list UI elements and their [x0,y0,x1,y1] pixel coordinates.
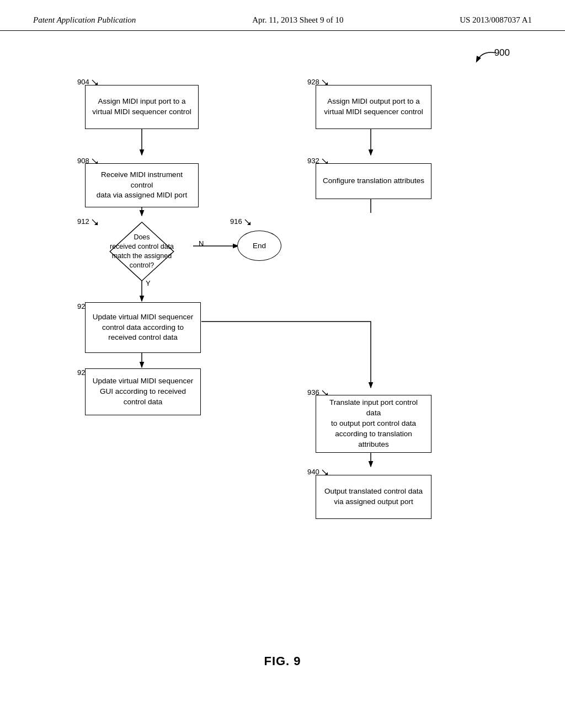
box-940: Output translated control datavia assign… [316,475,431,519]
page-header: Patent Application Publication Apr. 11, … [0,0,565,31]
header-date-sheet: Apr. 11, 2013 Sheet 9 of 10 [252,15,343,25]
box-936: Translate input port control datato outp… [316,395,431,453]
box-928-label: Assign MIDI output port to avirtual MIDI… [324,97,423,117]
diamond-912-label: Doesreceived control datamatch the assig… [110,233,174,270]
header-publication-type: Patent Application Publication [33,15,136,25]
box-924-label: Update virtual MIDI sequencerGUI accordi… [93,376,193,408]
box-924: Update virtual MIDI sequencerGUI accordi… [85,368,201,415]
oval-916-label: End [253,242,266,250]
oval-916: End [237,231,281,261]
box-936-label: Translate input port control datato outp… [323,398,424,449]
box-908-label: Receive MIDI instrument controldata via … [92,170,191,201]
y-label: Y [146,279,151,287]
box-904-label: Assign MIDI input port to avirtual MIDI … [92,97,191,117]
box-932: Configure translation attributes [316,163,431,199]
box-920-label: Update virtual MIDI sequencercontrol dat… [93,312,193,344]
header-patent-number: US 2013/0087037 A1 [460,15,532,25]
n-label: N [199,239,204,248]
ref-912: 912 [77,217,99,226]
diamond-912: Doesreceived control datamatch the assig… [106,218,178,285]
flowchart: 904 Assign MIDI input port to avirtual M… [45,47,520,643]
box-940-label: Output translated control datavia assign… [324,486,423,507]
box-908: Receive MIDI instrument controldata via … [85,163,199,207]
box-920: Update virtual MIDI sequencercontrol dat… [85,302,201,353]
page-content: 900 [0,31,565,693]
box-904: Assign MIDI input port to avirtual MIDI … [85,85,199,129]
ref-916: 916 [230,217,252,226]
box-932-label: Configure translation attributes [323,176,424,186]
figure-caption: FIG. 9 [33,654,532,668]
box-928: Assign MIDI output port to avirtual MIDI… [316,85,431,129]
